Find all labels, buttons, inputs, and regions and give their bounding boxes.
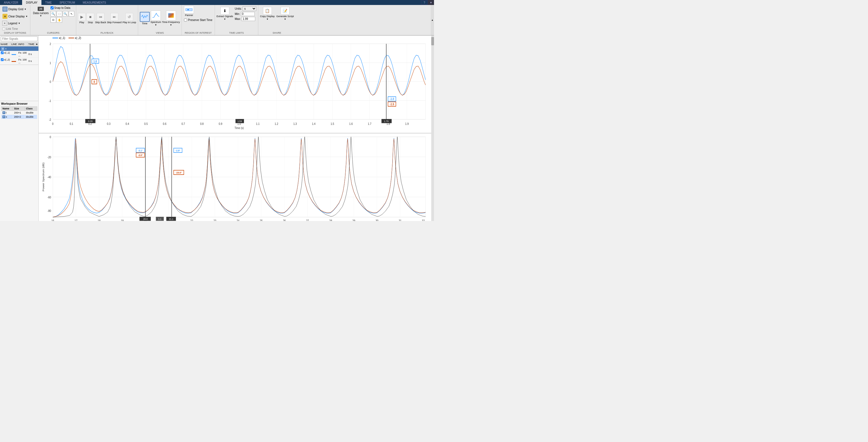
clear-display-button[interactable]: ✕ Clear Display ▼ <box>2 13 28 20</box>
svg-text:-1.5: -1.5 <box>390 102 394 106</box>
time-view-button[interactable] <box>140 12 150 22</box>
svg-text:1.1: 1.1 <box>158 217 161 220</box>
svg-text:32: 32 <box>422 219 425 221</box>
skip-forward-button[interactable]: ⏭ <box>111 13 118 21</box>
tab-measurements[interactable]: MEASUREMENTS <box>79 0 110 5</box>
spectrum-chart[interactable]: 0 -20 -40 -60 -80 Power Spectrum (dB) 16… <box>39 133 434 221</box>
svg-text:2: 2 <box>50 42 51 46</box>
svg-text:1.4: 1.4 <box>312 122 315 125</box>
ribbon-scroll[interactable]: ▲ <box>431 5 434 35</box>
col-info: INFO <box>18 42 28 46</box>
max-label: Max: <box>235 18 241 21</box>
svg-text:0: 0 <box>50 80 51 84</box>
data-cursors-label: Data cursors <box>33 11 49 14</box>
svg-text:22: 22 <box>190 219 193 221</box>
signal-root-row[interactable]: ⊞ x <box>0 46 38 51</box>
svg-text:0.1: 0.1 <box>70 122 73 125</box>
col-name: NAME <box>0 42 11 46</box>
vertical-scrollbar[interactable] <box>431 36 434 221</box>
legend-button[interactable]: ≡ Legend ▼ <box>2 20 28 26</box>
generate-script-button[interactable]: 📝 <box>281 7 289 14</box>
max-input[interactable] <box>242 17 255 21</box>
svg-text:-2.8°: -2.8° <box>176 149 180 152</box>
zoom-region-button[interactable]: ⬚ <box>57 11 62 17</box>
views-group-label: VIEWS <box>140 31 180 34</box>
signal-row-2[interactable]: x(:,2) Fs: 100 ... 0 s <box>0 58 38 65</box>
signal-root-name: x <box>5 47 7 50</box>
link-time-button[interactable]: Link Time <box>2 27 28 31</box>
data-cursors-button[interactable]: 2S Data cursors ▼ <box>32 6 50 18</box>
svg-text:28: 28 <box>329 219 332 221</box>
svg-text:1.0: 1.0 <box>93 60 97 63</box>
display-grid-label: Display Grid <box>8 8 23 11</box>
copy-display-button[interactable]: 📋 <box>263 7 272 14</box>
svg-text:29: 29 <box>352 219 355 221</box>
ws-row-x[interactable]: ⊞ x 200×2 double <box>1 115 37 119</box>
display-grid-button[interactable]: Display Grid ▼ <box>2 6 28 12</box>
svg-text:1.7: 1.7 <box>368 122 372 125</box>
panner-button[interactable]: Panner <box>184 6 194 17</box>
spectrum-view-button[interactable] <box>151 10 161 21</box>
units-select[interactable]: s <box>243 6 256 11</box>
zoom-in-button[interactable]: 🔍 <box>51 11 56 17</box>
svg-text:-1: -1 <box>49 99 51 102</box>
skip-back-button[interactable]: ⏮ <box>97 13 104 21</box>
extract-signals-button[interactable]: ⬇ Extract Signals ▼ <box>217 7 233 21</box>
svg-text:0: 0 <box>94 80 95 84</box>
svg-rect-2 <box>3 9 5 11</box>
svg-rect-5 <box>187 9 189 10</box>
svg-text:1.59: 1.59 <box>238 120 242 123</box>
dropdown-arrow[interactable]: ▼ <box>428 0 434 5</box>
time-domain-chart[interactable]: 2 1 0 -1 -2 0 0.1 0.2 0.3 0.4 0.5 0.6 0.… <box>39 40 434 130</box>
cursor-tool-button[interactable]: ↖ <box>69 11 74 17</box>
svg-text:1.1: 1.1 <box>256 122 260 125</box>
playback-group-label: PLAYBACK <box>78 31 136 34</box>
svg-text:-60: -60 <box>48 196 51 199</box>
svg-text:0.4: 0.4 <box>126 122 129 125</box>
snap-to-data-check[interactable]: Snap to Data <box>51 6 74 9</box>
tab-time[interactable]: TIME <box>41 0 56 5</box>
svg-text:-2: -2 <box>49 118 51 121</box>
svg-text:0.20: 0.20 <box>88 120 93 123</box>
svg-text:1.5: 1.5 <box>331 122 334 125</box>
help-button[interactable]: ? <box>421 0 428 5</box>
pan-button[interactable]: ✋ <box>57 17 62 23</box>
svg-text:1: 1 <box>50 61 51 65</box>
display-options-group-label: DISPLAY OPTIONS <box>2 31 28 34</box>
svg-text:-24.6°: -24.6° <box>176 171 182 174</box>
svg-text:23: 23 <box>214 219 217 221</box>
svg-text:-3.1°: -3.1° <box>138 149 143 152</box>
svg-text:0.3: 0.3 <box>107 122 111 125</box>
svg-text:0.7: 0.7 <box>182 122 185 125</box>
ws-row-t[interactable]: ⊞ t 200×1 double <box>1 111 37 115</box>
stop-button[interactable]: ■ <box>87 13 94 21</box>
tab-spectrum[interactable]: SPECTRUM <box>56 0 79 5</box>
play-loop-button[interactable]: ↺ <box>125 13 133 21</box>
svg-text:1.6: 1.6 <box>349 122 353 125</box>
svg-text:-20: -20 <box>48 155 51 159</box>
zoom-fit-button[interactable]: ⊡ <box>51 17 56 23</box>
svg-text:0.6: 0.6 <box>163 122 166 125</box>
svg-text:0.5: 0.5 <box>144 122 148 125</box>
svg-text:18: 18 <box>98 219 101 221</box>
tab-analyzer[interactable]: ANALYZER <box>0 0 22 5</box>
svg-text:0.9: 0.9 <box>219 122 222 125</box>
svg-text:-1.0: -1.0 <box>390 97 394 101</box>
time-frequency-button[interactable] <box>166 10 176 21</box>
play-button[interactable]: ▶ <box>78 13 86 21</box>
filter-signals-input[interactable] <box>1 36 38 41</box>
roi-group-label: REGION OF INTEREST <box>184 31 212 34</box>
cursors-group-label: CURSORS <box>32 31 74 34</box>
col-time: TIME <box>28 42 35 46</box>
svg-rect-0 <box>3 7 5 9</box>
zoom-out-button[interactable]: 🔍 <box>63 11 68 17</box>
svg-text:21.1: 21.1 <box>169 217 173 220</box>
legend-label: Legend <box>8 22 17 25</box>
svg-text:30: 30 <box>375 219 378 221</box>
preserve-start-time-check[interactable]: Preserve Start Time <box>184 19 212 22</box>
units-label: Units: <box>235 7 242 10</box>
svg-text:Power Spectrum (dB): Power Spectrum (dB) <box>42 162 45 191</box>
min-input[interactable] <box>241 12 255 16</box>
signal-row-1[interactable]: x(:,1) Fs: 100 ... 0 s <box>0 51 38 58</box>
tab-display[interactable]: DISPLAY <box>22 0 41 5</box>
